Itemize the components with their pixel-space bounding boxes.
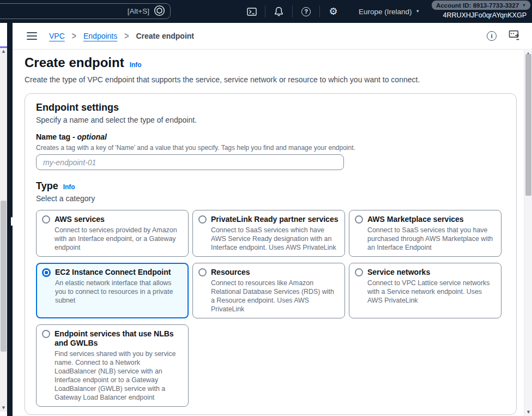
settings-gear-icon[interactable]: ⚙ [320, 7, 347, 16]
scroll-up-icon[interactable]: ▲ [0, 48, 7, 55]
name-tag-hint: Creates a tag with a key of 'Name' and a… [36, 144, 505, 152]
type-option-privatelink-partner-services[interactable]: PrivateLink Ready partner services Conne… [192, 210, 345, 257]
main-scrollbar[interactable]: ▲ ▼ [524, 50, 532, 416]
type-option-title: PrivateLink Ready partner services [211, 215, 339, 224]
type-option-description: Connect to VPC Lattice service networks … [367, 279, 495, 305]
breadcrumb-bar: VPC > Endpoints > Create endpoint i [13, 23, 532, 50]
chevron-right-icon: > [124, 31, 129, 41]
type-option-description: Find services shared with you by service… [55, 349, 183, 402]
account-menu[interactable]: Account ID: 8913-7733-3327 ▼ [432, 1, 530, 10]
type-option-title: Endpoint services that use NLBs and GWLB… [55, 329, 183, 348]
type-option-description: Connect to services provided by Amazon w… [55, 226, 183, 252]
type-option-resources[interactable]: Resources Connect to resources like Amaz… [192, 263, 345, 318]
app-body: ▲ ▼ VPC > Endpoints > Create endpoint i [0, 23, 532, 416]
cloudshell-icon[interactable] [238, 7, 265, 16]
name-tag-label: Name tag - optional [36, 132, 505, 142]
account-id-label: Account ID: 8913-7733-3327 [436, 2, 519, 9]
search-input[interactable]: [Alt+S] [0, 3, 171, 19]
endpoint-settings-subtitle: Specify a name and select the type of en… [36, 115, 505, 125]
left-scrollbar-thumb[interactable] [1, 201, 7, 352]
page-title: Create endpoint [25, 55, 124, 71]
page-content: Create endpoint Info Create the type of … [13, 50, 524, 416]
breadcrumb-current: Create endpoint [136, 32, 194, 40]
type-option-title: AWS services [55, 215, 183, 224]
type-option-title: EC2 Instance Connect Endpoint [55, 268, 183, 277]
radio-selected-icon[interactable] [42, 268, 51, 277]
radio-icon[interactable] [355, 215, 363, 224]
scroll-down-icon[interactable]: ▼ [0, 405, 7, 412]
type-option-aws-marketplace-services[interactable]: AWS Marketplace services Connect to SaaS… [349, 210, 501, 257]
type-option-aws-services[interactable]: AWS services Connect to services provide… [36, 210, 189, 257]
type-option-description: Connect to SaaS services that you have p… [367, 226, 495, 252]
type-subtitle: Select a category [36, 194, 505, 203]
search-shortcut-label: [Alt+S] [128, 7, 149, 15]
radio-icon[interactable] [198, 268, 207, 276]
type-option-ec2-instance-connect-endpoint[interactable]: EC2 Instance Connect Endpoint An elastic… [36, 263, 189, 318]
type-option-endpoint-services-nlb-gwlb[interactable]: Endpoint services that use NLBs and GWLB… [36, 324, 189, 407]
endpoint-settings-card: Endpoint settings Specify a name and sel… [25, 93, 517, 415]
main-scrollbar-thumb[interactable] [525, 54, 531, 196]
breadcrumb-endpoints-link[interactable]: Endpoints [83, 32, 117, 40]
feedback-panel-icon[interactable] [509, 30, 520, 43]
chevron-down-icon: ▼ [522, 3, 526, 7]
region-selector[interactable]: Europe (Ireland) ▼ [359, 0, 420, 23]
type-category-grid: AWS services Connect to services provide… [36, 210, 505, 407]
type-option-description: Connect to SaaS services which have AWS … [211, 226, 339, 252]
type-option-title: Service networks [367, 268, 495, 277]
help-icon[interactable]: ? [293, 7, 319, 16]
main-area: VPC > Endpoints > Create endpoint i Crea… [13, 23, 532, 416]
type-option-description: An elastic network interface that allows… [55, 279, 183, 305]
notifications-bell-icon[interactable] [265, 7, 292, 16]
side-panel-rail [7, 23, 13, 416]
radio-icon[interactable] [198, 215, 207, 224]
type-option-title: Resources [211, 268, 339, 277]
type-option-service-networks[interactable]: Service networks Connect to VPC Lattice … [349, 263, 501, 318]
search-icon [154, 5, 165, 18]
page-description: Create the type of VPC endpoint that sup… [25, 75, 524, 85]
region-label: Europe (Ireland) [359, 8, 412, 16]
name-tag-input[interactable] [36, 154, 344, 170]
chevron-right-icon: > [72, 31, 76, 41]
page-info-link[interactable]: Info [130, 61, 142, 69]
info-icon[interactable]: i [487, 31, 497, 41]
type-title: Type [36, 180, 58, 192]
left-scrollbar[interactable]: ▲ ▼ [0, 48, 7, 412]
radio-icon[interactable] [355, 268, 363, 276]
app-header: [Alt+S] ? ⚙ Europe (Ireland) ▼ Account I… [0, 0, 532, 23]
radio-icon[interactable] [42, 215, 50, 224]
breadcrumb-actions: i [487, 30, 520, 43]
type-option-title: AWS Marketplace services [367, 215, 495, 224]
header-icon-group: ? ⚙ [238, 0, 347, 23]
type-info-link[interactable]: Info [63, 183, 75, 191]
menu-hamburger-icon[interactable] [27, 32, 37, 40]
breadcrumb: VPC > Endpoints > Create endpoint [49, 32, 194, 40]
left-panel-strip: ▲ ▼ [0, 23, 7, 416]
radio-icon[interactable] [42, 330, 50, 338]
endpoint-settings-title: Endpoint settings [36, 101, 505, 113]
type-option-description: Connect to resources like Amazon Relatio… [211, 279, 339, 313]
chevron-down-icon: ▼ [416, 9, 420, 14]
account-alias: 4RRUXHJFo0qrAYqnKXGP [443, 11, 527, 19]
breadcrumb-vpc-link[interactable]: VPC [49, 32, 65, 40]
scroll-down-icon[interactable]: ▼ [524, 409, 532, 416]
